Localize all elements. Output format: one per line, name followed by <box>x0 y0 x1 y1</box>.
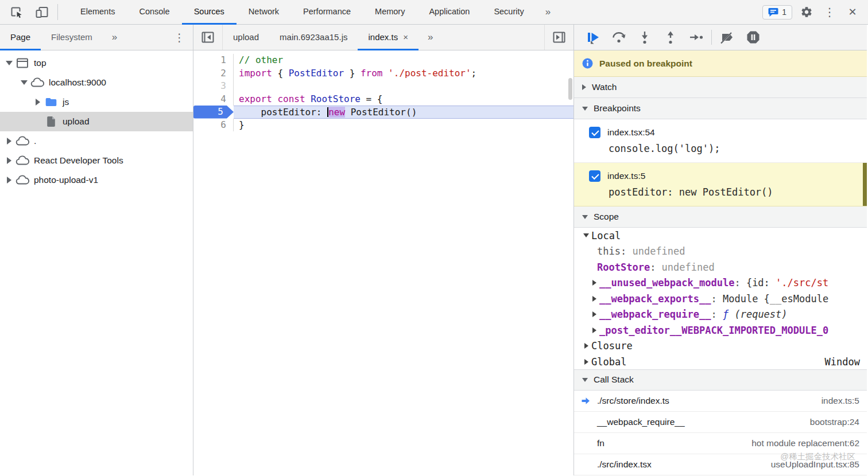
breakpoint-entry-active[interactable]: index.ts:5 postEditor: new PostEditor() <box>574 163 867 206</box>
more-editor-tabs-icon[interactable]: » <box>418 25 442 50</box>
tab-elements[interactable]: Elements <box>68 0 127 25</box>
tab-filesystem[interactable]: Filesystem <box>41 25 103 50</box>
device-toolbar-icon[interactable] <box>33 3 51 21</box>
step-over-icon[interactable] <box>606 25 631 50</box>
scope-var-unused-webpack-module[interactable]: __unused_webpack_module: {id: './src/st <box>574 275 867 291</box>
line-number-1[interactable]: 1 <box>193 54 234 67</box>
tab-performance[interactable]: Performance <box>291 0 363 25</box>
code-line-1: 1 // other <box>193 54 574 67</box>
scope-local[interactable]: Local <box>574 228 867 244</box>
navigator-tabs: Page Filesystem » ⋮ <box>0 25 193 50</box>
inspect-element-icon[interactable] <box>8 3 25 21</box>
editor-scrollbar[interactable] <box>568 78 572 100</box>
debugger-panel: Paused on breakpoint Watch Breakpoints i… <box>574 25 867 475</box>
line-number-4[interactable]: 4 <box>193 93 234 106</box>
navigator-sidebar: Page Filesystem » ⋮ top <box>0 25 193 475</box>
message-count-badge: 1 <box>782 7 786 17</box>
resume-script-icon[interactable] <box>580 25 606 50</box>
line-number-2[interactable]: 2 <box>193 67 234 80</box>
cloud-icon <box>30 77 45 88</box>
chevron-collapsed-icon <box>7 138 11 145</box>
tree-item-react-devtools[interactable]: React Developer Tools <box>0 151 193 170</box>
code-viewport: 1 // other 2 import { PostEditor } from … <box>193 50 574 475</box>
file-icon <box>44 116 59 127</box>
editor-tab-upload[interactable]: upload <box>223 25 269 50</box>
close-devtools-icon[interactable]: ✕ <box>844 3 861 21</box>
hide-navigator-icon[interactable] <box>193 25 223 50</box>
navigator-menu-icon[interactable]: ⋮ <box>166 25 193 50</box>
console-messages-button[interactable]: 1 <box>762 5 792 19</box>
tree-item-localhost[interactable]: localhost:9000 <box>0 73 193 92</box>
active-breakpoint-marker <box>863 163 867 206</box>
chevron-collapsed-icon <box>7 177 11 184</box>
step-icon[interactable] <box>683 25 709 50</box>
more-navigator-tabs-icon[interactable]: » <box>103 25 126 50</box>
breakpoint-badge[interactable]: 5 <box>193 106 234 119</box>
chevron-collapsed-icon <box>592 311 596 317</box>
close-tab-icon[interactable]: × <box>403 32 408 42</box>
toolbar-divider <box>711 30 712 45</box>
debugger-toolbar <box>574 25 867 50</box>
devtools-panel-tabs: Elements Console Sources Network Perform… <box>68 0 560 24</box>
scope-var-webpack-require[interactable]: __webpack_require__: ƒ (request) <box>574 307 867 323</box>
pause-on-exceptions-icon[interactable] <box>740 25 766 50</box>
info-icon <box>582 58 593 69</box>
tab-page[interactable]: Page <box>0 25 41 50</box>
call-stack-frame-active[interactable]: ./src/store/index.ts index.ts:5 <box>574 391 867 412</box>
chevron-collapsed-icon <box>592 296 596 302</box>
step-out-icon[interactable] <box>657 25 683 50</box>
chevron-collapsed-icon <box>7 157 11 164</box>
call-stack-frame[interactable]: fn hot module replacement:62 <box>574 433 867 454</box>
tree-item-js-folder[interactable]: js <box>0 92 193 112</box>
tree-item-photo-upload-v1[interactable]: photo-upload-v1 <box>0 170 193 190</box>
call-stack-frame[interactable]: __webpack_require__ bootstrap:24 <box>574 412 867 433</box>
source-editor: upload main.6923aa15.js index.ts × » 1 /… <box>193 25 574 475</box>
scope-tree: Local this: undefined RootStore: undefin… <box>574 228 867 366</box>
more-tabs-icon[interactable]: » <box>536 0 560 24</box>
step-into-icon[interactable] <box>631 25 657 50</box>
chevron-expanded-icon <box>582 215 588 219</box>
watch-section-header[interactable]: Watch <box>574 77 867 98</box>
paused-banner-text: Paused on breakpoint <box>599 58 692 69</box>
scope-global[interactable]: Global Window <box>574 354 867 366</box>
topbar-divider <box>57 4 58 20</box>
breakpoints-section-header[interactable]: Breakpoints <box>574 98 867 119</box>
tree-item-dot[interactable]: . <box>0 131 193 151</box>
scope-var-post-editor-module[interactable]: _post_editor__WEBPACK_IMPORTED_MODULE_0 <box>574 322 867 338</box>
devtools-window: Elements Console Sources Network Perform… <box>0 0 868 476</box>
scope-section-header[interactable]: Scope <box>574 206 867 228</box>
chat-bubble-icon <box>768 7 778 17</box>
chevron-collapsed-icon <box>592 327 596 333</box>
tab-security[interactable]: Security <box>482 0 536 25</box>
editor-tab-index-ts[interactable]: index.ts × <box>358 25 418 50</box>
paused-banner: Paused on breakpoint <box>574 50 867 77</box>
scope-closure[interactable]: Closure <box>574 338 867 354</box>
code-line-5-paused: 5 postEditor: new PostEditor() <box>193 106 574 119</box>
scope-var-webpack-exports[interactable]: __webpack_exports__: Module {__esModule <box>574 291 867 307</box>
line-number-3[interactable]: 3 <box>193 80 234 93</box>
tab-console[interactable]: Console <box>127 0 181 25</box>
editor-tab-main-js[interactable]: main.6923aa15.js <box>269 25 358 50</box>
tab-sources[interactable]: Sources <box>182 0 237 25</box>
call-stack-section-header[interactable]: Call Stack <box>574 369 867 391</box>
tab-application[interactable]: Application <box>417 0 482 25</box>
folder-icon <box>44 97 59 107</box>
deactivate-breakpoints-icon[interactable] <box>714 25 740 50</box>
call-stack-frame[interactable]: ./src/index.tsx useUploadInput.tsx:85 <box>574 454 867 475</box>
tree-item-top[interactable]: top <box>0 53 193 73</box>
kebab-menu-icon[interactable]: ⋮ <box>821 3 838 21</box>
breakpoint-entry[interactable]: index.tsx:54 console.log('log'); <box>574 119 867 163</box>
show-debugger-icon[interactable] <box>544 25 574 50</box>
tree-item-upload[interactable]: upload <box>0 112 193 131</box>
chevron-expanded-icon <box>21 80 28 85</box>
breakpoint-checkbox[interactable] <box>589 170 600 182</box>
chevron-collapsed-icon <box>584 359 588 365</box>
settings-gear-icon[interactable] <box>798 3 815 21</box>
tab-network[interactable]: Network <box>237 0 291 25</box>
chevron-expanded-icon <box>582 107 588 111</box>
chevron-collapsed-icon <box>36 99 40 106</box>
file-tree: top localhost:9000 js <box>0 50 193 190</box>
breakpoint-checkbox[interactable] <box>589 127 600 138</box>
line-number-6[interactable]: 6 <box>193 119 234 132</box>
tab-memory[interactable]: Memory <box>363 0 417 25</box>
